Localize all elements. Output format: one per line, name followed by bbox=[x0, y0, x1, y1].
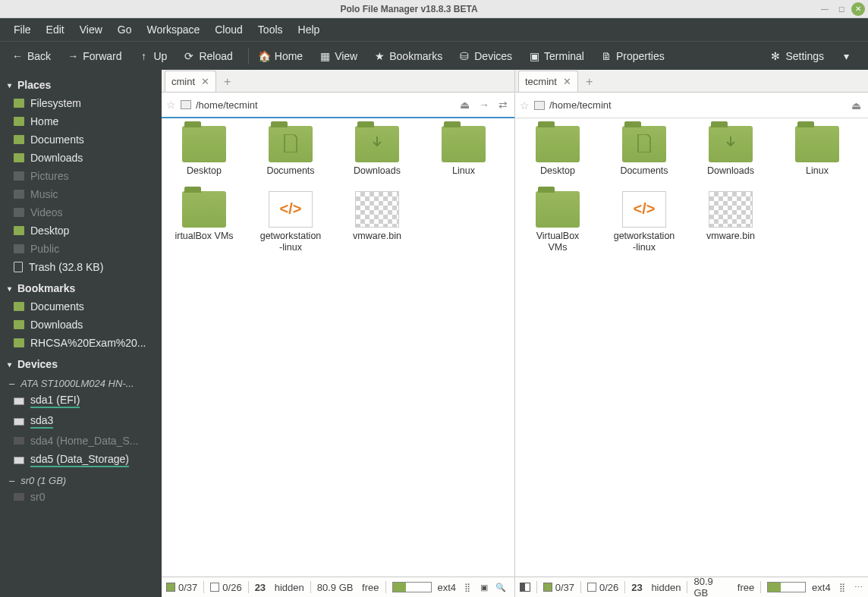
more-icon[interactable]: ⋯ bbox=[853, 582, 863, 592]
file-item[interactable]: </>getworkstation-linux bbox=[259, 191, 322, 254]
file-item[interactable]: Desktop bbox=[172, 126, 236, 178]
home-button[interactable]: 🏠Home bbox=[253, 47, 309, 65]
place-desktop[interactable]: Desktop bbox=[0, 222, 162, 240]
menu-edit[interactable]: Edit bbox=[39, 20, 72, 39]
file-item[interactable]: Downloads bbox=[699, 126, 763, 178]
places-header[interactable]: Places bbox=[0, 73, 162, 94]
file-item[interactable]: irtualBox VMs bbox=[172, 191, 236, 254]
back-button[interactable]: ←Back bbox=[6, 47, 57, 65]
bookmark-item[interactable]: Documents bbox=[0, 297, 162, 316]
search-icon[interactable]: 🔍 bbox=[495, 582, 506, 592]
file-item[interactable]: vmware.bin bbox=[345, 191, 409, 254]
eject-icon[interactable]: ⏏ bbox=[458, 99, 472, 111]
file-item[interactable]: Linux bbox=[432, 126, 495, 178]
place-documents[interactable]: Documents bbox=[0, 130, 162, 149]
properties-button[interactable]: 🗎Properties bbox=[595, 47, 671, 65]
partition-item[interactable]: sda1 (EFI) bbox=[0, 391, 162, 411]
disc-icon bbox=[14, 493, 24, 501]
file-item[interactable]: VirtualBox VMs bbox=[526, 191, 590, 254]
up-button[interactable]: ↑Up bbox=[132, 47, 173, 65]
menu-view[interactable]: View bbox=[72, 20, 110, 39]
menu-cloud[interactable]: Cloud bbox=[207, 20, 250, 39]
code-file-icon: </> bbox=[269, 191, 313, 228]
gear-icon: ✻ bbox=[770, 51, 781, 61]
optical-item[interactable]: sr0 bbox=[0, 488, 162, 506]
toolbar-menu-button[interactable]: ▾ bbox=[835, 48, 857, 64]
place-music[interactable]: Music bbox=[0, 185, 162, 203]
place-videos[interactable]: Videos bbox=[0, 203, 162, 222]
new-tab-button[interactable]: + bbox=[216, 72, 238, 92]
file-label: Desktop bbox=[187, 165, 222, 178]
partition-item[interactable]: sda3 bbox=[0, 411, 162, 432]
devices-header[interactable]: Devices bbox=[0, 352, 162, 373]
grid-icon: ▦ bbox=[319, 51, 330, 61]
path-text[interactable]: /home/tecmint bbox=[196, 99, 453, 111]
pathbar: ☆/home/tecmint⏏ bbox=[515, 93, 868, 118]
iconview[interactable]: DesktopDocumentsDownloadsLinuxirtualBox … bbox=[162, 118, 514, 577]
devices-button[interactable]: ⛁Devices bbox=[453, 47, 518, 65]
place-downloads[interactable]: Downloads bbox=[0, 149, 162, 167]
place-home[interactable]: Home bbox=[0, 112, 162, 130]
sidebar: Places FilesystemHomeDocumentsDownloadsP… bbox=[0, 70, 162, 597]
bookmark-star-icon[interactable]: ☆ bbox=[166, 99, 176, 111]
place-filesystem[interactable]: Filesystem bbox=[0, 94, 162, 112]
swap-icon[interactable]: ⇄ bbox=[496, 99, 510, 111]
minimize-button[interactable]: — bbox=[818, 2, 832, 16]
bookmark-star-icon[interactable]: ☆ bbox=[520, 99, 530, 112]
file-label: getworkstation-linux bbox=[612, 231, 676, 254]
file-label: getworkstation-linux bbox=[259, 231, 322, 254]
forward-button[interactable]: →Forward bbox=[61, 47, 127, 65]
menu-go[interactable]: Go bbox=[110, 20, 140, 39]
file-item[interactable]: Linux bbox=[785, 126, 849, 178]
disk-header[interactable]: ATA ST1000LM024 HN-... bbox=[0, 373, 162, 391]
file-item[interactable]: vmware.bin bbox=[699, 191, 763, 254]
place-public[interactable]: Public bbox=[0, 240, 162, 258]
forward-icon[interactable]: → bbox=[476, 99, 492, 111]
file-item[interactable]: Desktop bbox=[526, 126, 590, 178]
iconview[interactable]: DesktopDocumentsDownloadsLinuxVirtualBox… bbox=[515, 118, 868, 577]
menu-file[interactable]: File bbox=[6, 20, 39, 39]
folder-icon bbox=[14, 320, 24, 329]
optical-header[interactable]: sr0 (1 GB) bbox=[0, 470, 162, 488]
folder-count-icon bbox=[166, 583, 175, 592]
close-tab-icon[interactable]: ✕ bbox=[563, 76, 571, 87]
terminal-button[interactable]: ▣Terminal bbox=[523, 47, 590, 65]
partition-item[interactable]: sda4 (Home_Data_S... bbox=[0, 432, 162, 450]
place-pictures[interactable]: Pictures bbox=[0, 167, 162, 185]
bookmark-item[interactable]: Downloads bbox=[0, 316, 162, 334]
menu-help[interactable]: Help bbox=[291, 20, 328, 39]
close-button[interactable]: ✕ bbox=[851, 2, 865, 16]
file-item[interactable]: Documents bbox=[612, 126, 676, 178]
partition-item[interactable]: sda5 (Data_Storage) bbox=[0, 450, 162, 470]
file-label: irtualBox VMs bbox=[175, 231, 233, 243]
trash-item[interactable]: Trash (32.8 KB) bbox=[0, 258, 162, 276]
menu-tools[interactable]: Tools bbox=[250, 20, 291, 39]
new-tab-button[interactable]: + bbox=[578, 72, 600, 92]
file-count-icon bbox=[210, 583, 219, 592]
terminal-icon[interactable]: ▣ bbox=[479, 582, 489, 592]
menu-workspace[interactable]: Workspace bbox=[139, 20, 207, 39]
maximize-button[interactable]: ◻ bbox=[835, 2, 848, 16]
reload-button[interactable]: ⟳Reload bbox=[178, 47, 238, 65]
eject-icon[interactable]: ⏏ bbox=[849, 99, 863, 112]
bookmarks-header[interactable]: Bookmarks bbox=[0, 276, 162, 297]
folder-icon bbox=[536, 126, 580, 162]
path-text[interactable]: /home/tecmint bbox=[549, 99, 844, 111]
file-label: Documents bbox=[620, 165, 668, 178]
bookmarks-button[interactable]: ★Bookmarks bbox=[368, 47, 448, 65]
file-item[interactable]: Downloads bbox=[345, 126, 409, 178]
tab[interactable]: tecmint✕ bbox=[518, 71, 578, 92]
settings-button[interactable]: ✻Settings bbox=[764, 47, 830, 65]
view-mode-icon[interactable]: ⣿ bbox=[837, 582, 848, 592]
view-mode-icon[interactable]: ⣿ bbox=[462, 582, 473, 592]
pathbar: ☆/home/tecmint⏏→⇄ bbox=[162, 93, 514, 118]
file-item[interactable]: </>getworkstation-linux bbox=[612, 191, 676, 254]
home-icon: 🏠 bbox=[259, 51, 270, 61]
tab[interactable]: cmint✕ bbox=[165, 71, 216, 92]
bookmark-item[interactable]: RHCSA%20Exam%20... bbox=[0, 334, 162, 352]
file-item[interactable]: Documents bbox=[259, 126, 322, 178]
properties-icon: 🗎 bbox=[601, 51, 612, 61]
view-button[interactable]: ▦View bbox=[313, 47, 363, 65]
close-tab-icon[interactable]: ✕ bbox=[201, 76, 209, 87]
layout-icon[interactable] bbox=[520, 583, 530, 592]
